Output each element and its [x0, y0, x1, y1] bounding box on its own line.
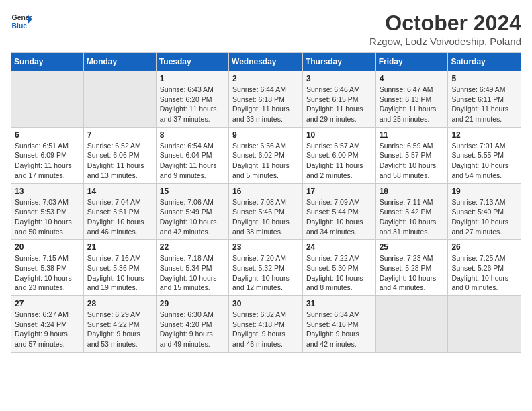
calendar-cell: 26 Sunrise: 7:25 AMSunset: 5:26 PMDaylig… — [448, 240, 521, 296]
day-info: Sunrise: 7:20 AMSunset: 5:32 PMDaylight:… — [232, 253, 299, 293]
weekday-header: Sunday — [11, 53, 84, 71]
day-info: Sunrise: 7:11 AMSunset: 5:42 PMDaylight:… — [380, 197, 445, 237]
day-info: Sunrise: 7:09 AMSunset: 5:44 PMDaylight:… — [306, 197, 372, 237]
day-info: Sunrise: 6:56 AMSunset: 6:02 PMDaylight:… — [232, 141, 299, 181]
calendar-cell: 18 Sunrise: 7:11 AMSunset: 5:42 PMDaylig… — [375, 183, 448, 240]
calendar-cell: 4 Sunrise: 6:47 AMSunset: 6:13 PMDayligh… — [375, 71, 448, 128]
weekday-header: Friday — [375, 53, 448, 71]
weekday-header: Monday — [83, 53, 156, 71]
day-number: 6 — [15, 130, 80, 140]
day-number: 8 — [160, 130, 225, 140]
calendar-table: SundayMondayTuesdayWednesdayThursdayFrid… — [11, 52, 521, 353]
day-number: 30 — [232, 299, 299, 308]
day-number: 20 — [15, 242, 80, 252]
calendar-cell — [83, 71, 156, 128]
calendar-cell: 12 Sunrise: 7:01 AMSunset: 5:55 PMDaylig… — [448, 127, 521, 183]
day-number: 15 — [160, 187, 225, 196]
day-number: 22 — [160, 242, 225, 252]
day-info: Sunrise: 6:29 AMSunset: 4:22 PMDaylight:… — [87, 310, 152, 349]
day-info: Sunrise: 7:03 AMSunset: 5:53 PMDaylight:… — [15, 197, 80, 237]
calendar-cell: 2 Sunrise: 6:44 AMSunset: 6:18 PMDayligh… — [229, 71, 303, 128]
day-number: 25 — [380, 242, 445, 252]
logo: General Blue — [11, 11, 32, 32]
weekday-header-row: SundayMondayTuesdayWednesdayThursdayFrid… — [11, 53, 521, 71]
day-info: Sunrise: 7:15 AMSunset: 5:38 PMDaylight:… — [15, 253, 80, 293]
day-info: Sunrise: 6:49 AMSunset: 6:11 PMDaylight:… — [451, 85, 517, 124]
day-info: Sunrise: 6:54 AMSunset: 6:04 PMDaylight:… — [160, 141, 225, 181]
day-info: Sunrise: 7:16 AMSunset: 5:36 PMDaylight:… — [87, 253, 152, 293]
day-number: 16 — [232, 187, 299, 196]
calendar-cell: 1 Sunrise: 6:43 AMSunset: 6:20 PMDayligh… — [156, 71, 228, 128]
calendar-cell: 20 Sunrise: 7:15 AMSunset: 5:38 PMDaylig… — [11, 240, 84, 296]
calendar-cell: 29 Sunrise: 6:30 AMSunset: 4:20 PMDaylig… — [156, 296, 228, 353]
day-number: 5 — [451, 74, 517, 83]
calendar-week-row: 13 Sunrise: 7:03 AMSunset: 5:53 PMDaylig… — [11, 183, 521, 240]
day-number: 14 — [87, 187, 152, 196]
calendar-cell: 24 Sunrise: 7:22 AMSunset: 5:30 PMDaylig… — [302, 240, 375, 296]
day-info: Sunrise: 6:51 AMSunset: 6:09 PMDaylight:… — [15, 141, 80, 181]
day-info: Sunrise: 7:13 AMSunset: 5:40 PMDaylight:… — [451, 197, 517, 237]
day-number: 13 — [15, 187, 80, 196]
calendar-title: October 2024 — [369, 11, 521, 36]
day-number: 12 — [451, 130, 517, 140]
day-number: 17 — [306, 187, 372, 196]
day-info: Sunrise: 6:59 AMSunset: 5:57 PMDaylight:… — [380, 141, 445, 181]
day-info: Sunrise: 6:57 AMSunset: 6:00 PMDaylight:… — [306, 141, 372, 181]
day-info: Sunrise: 6:34 AMSunset: 4:16 PMDaylight:… — [306, 310, 372, 349]
day-number: 23 — [232, 242, 299, 252]
day-info: Sunrise: 6:46 AMSunset: 6:15 PMDaylight:… — [306, 85, 372, 124]
day-info: Sunrise: 7:23 AMSunset: 5:28 PMDaylight:… — [380, 253, 445, 293]
calendar-cell: 7 Sunrise: 6:52 AMSunset: 6:06 PMDayligh… — [83, 127, 156, 183]
day-number: 9 — [232, 130, 299, 140]
calendar-cell: 22 Sunrise: 7:18 AMSunset: 5:34 PMDaylig… — [156, 240, 228, 296]
day-info: Sunrise: 6:47 AMSunset: 6:13 PMDaylight:… — [380, 85, 445, 124]
calendar-week-row: 6 Sunrise: 6:51 AMSunset: 6:09 PMDayligh… — [11, 127, 521, 183]
day-number: 11 — [380, 130, 445, 140]
calendar-week-row: 1 Sunrise: 6:43 AMSunset: 6:20 PMDayligh… — [11, 71, 521, 128]
day-info: Sunrise: 7:01 AMSunset: 5:55 PMDaylight:… — [451, 141, 517, 181]
day-number: 24 — [306, 242, 372, 252]
calendar-subtitle: Rzgow, Lodz Voivodeship, Poland — [369, 36, 521, 47]
day-info: Sunrise: 7:06 AMSunset: 5:49 PMDaylight:… — [160, 197, 225, 237]
calendar-cell: 9 Sunrise: 6:56 AMSunset: 6:02 PMDayligh… — [229, 127, 303, 183]
calendar-cell: 11 Sunrise: 6:59 AMSunset: 5:57 PMDaylig… — [375, 127, 448, 183]
day-number: 10 — [306, 130, 372, 140]
page-header: General Blue October 2024 Rzgow, Lodz Vo… — [11, 11, 521, 47]
calendar-cell: 14 Sunrise: 7:04 AMSunset: 5:51 PMDaylig… — [83, 183, 156, 240]
calendar-cell — [375, 296, 448, 353]
calendar-cell: 16 Sunrise: 7:08 AMSunset: 5:46 PMDaylig… — [229, 183, 303, 240]
calendar-cell: 10 Sunrise: 6:57 AMSunset: 6:00 PMDaylig… — [302, 127, 375, 183]
calendar-cell: 8 Sunrise: 6:54 AMSunset: 6:04 PMDayligh… — [156, 127, 228, 183]
day-info: Sunrise: 7:22 AMSunset: 5:30 PMDaylight:… — [306, 253, 372, 293]
day-number: 21 — [87, 242, 152, 252]
day-number: 26 — [451, 242, 517, 252]
calendar-cell: 27 Sunrise: 6:27 AMSunset: 4:24 PMDaylig… — [11, 296, 84, 353]
day-info: Sunrise: 6:30 AMSunset: 4:20 PMDaylight:… — [160, 310, 225, 349]
calendar-cell: 5 Sunrise: 6:49 AMSunset: 6:11 PMDayligh… — [448, 71, 521, 128]
day-info: Sunrise: 6:52 AMSunset: 6:06 PMDaylight:… — [87, 141, 152, 181]
day-number: 2 — [232, 74, 299, 83]
day-info: Sunrise: 6:32 AMSunset: 4:18 PMDaylight:… — [232, 310, 299, 349]
day-info: Sunrise: 6:27 AMSunset: 4:24 PMDaylight:… — [15, 310, 80, 349]
day-number: 3 — [306, 74, 372, 83]
calendar-cell: 19 Sunrise: 7:13 AMSunset: 5:40 PMDaylig… — [448, 183, 521, 240]
calendar-cell: 15 Sunrise: 7:06 AMSunset: 5:49 PMDaylig… — [156, 183, 228, 240]
weekday-header: Wednesday — [229, 53, 303, 71]
day-info: Sunrise: 6:44 AMSunset: 6:18 PMDaylight:… — [232, 85, 299, 124]
day-info: Sunrise: 7:08 AMSunset: 5:46 PMDaylight:… — [232, 197, 299, 237]
calendar-cell: 17 Sunrise: 7:09 AMSunset: 5:44 PMDaylig… — [302, 183, 375, 240]
calendar-cell: 13 Sunrise: 7:03 AMSunset: 5:53 PMDaylig… — [11, 183, 84, 240]
day-number: 7 — [87, 130, 152, 140]
day-number: 19 — [451, 187, 517, 196]
calendar-cell — [448, 296, 521, 353]
calendar-cell: 30 Sunrise: 6:32 AMSunset: 4:18 PMDaylig… — [229, 296, 303, 353]
day-info: Sunrise: 7:18 AMSunset: 5:34 PMDaylight:… — [160, 253, 225, 293]
day-number: 31 — [306, 299, 372, 308]
day-info: Sunrise: 6:43 AMSunset: 6:20 PMDaylight:… — [160, 85, 225, 124]
weekday-header: Tuesday — [156, 53, 228, 71]
calendar-cell: 25 Sunrise: 7:23 AMSunset: 5:28 PMDaylig… — [375, 240, 448, 296]
svg-text:Blue: Blue — [12, 22, 28, 30]
calendar-cell: 21 Sunrise: 7:16 AMSunset: 5:36 PMDaylig… — [83, 240, 156, 296]
calendar-cell: 6 Sunrise: 6:51 AMSunset: 6:09 PMDayligh… — [11, 127, 84, 183]
calendar-cell — [11, 71, 84, 128]
